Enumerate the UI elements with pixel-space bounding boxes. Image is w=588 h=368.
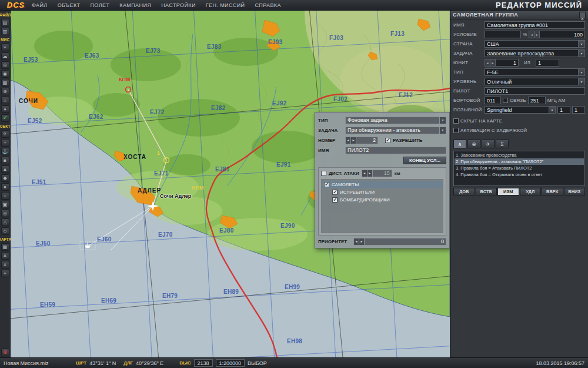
menu-item[interactable]: КАМПАНИЯ	[119, 2, 151, 8]
chevron-down-icon[interactable]	[439, 127, 446, 134]
increment-icon[interactable]	[534, 31, 540, 38]
group-task-dropdown[interactable]: Завоевание превосходства	[485, 49, 585, 57]
tail-number-input[interactable]: 011	[485, 97, 501, 104]
add-template-icon[interactable]: ◆	[1, 174, 9, 182]
map-scale-value[interactable]: 1:200000	[216, 359, 245, 367]
menu-item[interactable]: НАСТРОЙКИ	[161, 2, 196, 8]
add-group-icon[interactable]: △	[1, 218, 9, 226]
decrement-icon[interactable]	[529, 31, 534, 38]
delete-task-button[interactable]: УДЛ	[520, 188, 542, 195]
tab-summary-icon[interactable]: Σ	[496, 140, 509, 148]
task-dropdown[interactable]: При обнаружении - атаковать	[345, 127, 446, 134]
home-base-icon[interactable]: ⌂	[1, 97, 9, 104]
menu-item[interactable]: СПРАВКА	[255, 2, 280, 8]
country-dropdown[interactable]: США	[485, 40, 585, 48]
target-name-input[interactable]: ПИЛОТ2	[345, 147, 446, 154]
target-category-row[interactable]: САМОЛЕТЫ	[322, 181, 443, 188]
comm-checkbox[interactable]	[503, 98, 508, 103]
bullseye-icon[interactable]: ◎	[1, 210, 9, 217]
task-list-item[interactable]: 4. Правила боя = Открывать огонь в ответ	[455, 171, 584, 178]
mode-indicator[interactable]: ВЫБОР	[248, 360, 267, 366]
late-activation-checkbox[interactable]	[453, 128, 459, 133]
add-vehicle-icon[interactable]: ■	[1, 157, 9, 164]
increment-icon[interactable]	[490, 59, 496, 66]
increment-icon[interactable]	[351, 137, 356, 144]
add-task-button[interactable]: ДОБ	[453, 188, 475, 195]
group-name-input[interactable]: Самолетная группа #001	[485, 21, 585, 29]
hidden-on-map-checkbox[interactable]	[453, 118, 459, 124]
add-ship-icon[interactable]: ⚓	[1, 148, 9, 155]
summary-icon[interactable]: ♦	[1, 105, 9, 113]
decrement-icon[interactable]	[354, 238, 359, 245]
tab-payload-icon[interactable]: ✈	[482, 140, 495, 148]
chevron-down-icon[interactable]	[578, 50, 584, 57]
add-initial-point-icon[interactable]: ●	[1, 183, 9, 191]
chevron-down-icon[interactable]	[578, 69, 584, 75]
frequency-input[interactable]: 251	[528, 97, 546, 104]
map-labels-icon[interactable]: A	[1, 252, 9, 260]
add-helicopter-icon[interactable]: +	[1, 139, 9, 147]
close-icon[interactable]	[579, 12, 586, 18]
target-category-checkbox[interactable]	[332, 197, 338, 203]
check-mission-icon[interactable]: ✔	[1, 114, 9, 122]
new-mission-icon[interactable]: ▤	[1, 19, 9, 26]
save-mission-icon[interactable]: ▥	[1, 28, 9, 35]
add-trigger-icon[interactable]: ▣	[1, 201, 9, 208]
move-down-button[interactable]: ВНИЗ	[564, 188, 586, 195]
insert-task-button[interactable]: ВСТВ	[476, 188, 497, 195]
attack-distance-stepper[interactable]: 15	[362, 170, 392, 177]
menu-item[interactable]: ФАЙЛ	[32, 2, 48, 8]
mission-options-icon[interactable]: ◎	[1, 61, 9, 69]
resources-icon[interactable]: ▦	[1, 79, 9, 87]
task-number-stepper[interactable]: 2	[345, 137, 378, 144]
target-category-checkbox[interactable]	[324, 182, 329, 187]
map-measure-icon[interactable]: ⌖	[1, 270, 9, 277]
weather-icon[interactable]: ☁	[1, 52, 9, 60]
menu-item[interactable]: ОБЪЕКТ	[58, 2, 81, 8]
end-condition-button[interactable]: КОНЕЦ УСЛ...	[403, 157, 446, 164]
tab-targeting-icon[interactable]: ⊕	[467, 140, 480, 148]
add-label-icon[interactable]: ◇	[1, 227, 9, 235]
target-category-checkbox[interactable]	[332, 190, 338, 195]
enable-checkbox[interactable]	[385, 138, 390, 143]
add-zone-icon[interactable]: ○	[1, 192, 9, 200]
probability-stepper[interactable]: 100	[529, 31, 585, 38]
chevron-down-icon[interactable]	[439, 117, 446, 124]
decrement-icon[interactable]	[362, 170, 368, 177]
increment-icon[interactable]	[368, 170, 373, 177]
pilot-name-input[interactable]: ПИЛОТ1	[485, 87, 585, 95]
chevron-down-icon[interactable]	[578, 78, 584, 85]
menu-item[interactable]: ПОЛЕТ	[91, 2, 110, 8]
edit-task-button[interactable]: ИЗМ	[497, 188, 519, 195]
erase-icon[interactable]: ⊗	[1, 349, 9, 356]
decrement-icon[interactable]	[485, 59, 490, 66]
briefing-icon[interactable]: ≡	[1, 44, 9, 51]
aircraft-type-dropdown[interactable]: F-5E	[485, 68, 585, 76]
move-up-button[interactable]: ВВРХ	[542, 188, 563, 195]
attack-distance-checkbox[interactable]	[321, 171, 326, 176]
mission-goals-icon[interactable]: ◉	[1, 70, 9, 78]
increment-icon[interactable]	[359, 238, 365, 245]
map-grid-icon[interactable]: #	[1, 261, 9, 268]
task-type-dropdown[interactable]: Фоновая задача	[345, 117, 446, 124]
condition-input[interactable]	[485, 31, 521, 38]
unit-total-input[interactable]: 1	[536, 59, 559, 67]
task-list-item[interactable]: 3. Правила боя = Атаковать ПИЛОТ2	[455, 165, 584, 171]
task-list-item[interactable]: 2. При обнаружении - атаковать "ПИЛОТ2"	[455, 158, 584, 165]
callsign-dropdown[interactable]: Springfield	[485, 106, 556, 114]
tab-route-icon[interactable]: ∧	[453, 140, 466, 148]
chevron-down-icon[interactable]	[578, 41, 584, 47]
priority-stepper[interactable]: 0	[353, 238, 446, 246]
target-category-row[interactable]: ИСТРЕБИТЕЛИ	[322, 188, 443, 196]
target-category-row[interactable]: БОМБАРДИРОВЩИКИ	[322, 196, 443, 204]
map-layers-icon[interactable]: ▦	[1, 243, 9, 251]
task-list-item[interactable]: 1. Завоевание превосходства	[455, 152, 584, 158]
menu-item[interactable]: ГЕН. МИССИЙ	[206, 2, 245, 8]
decrement-icon[interactable]	[346, 137, 351, 144]
chevron-down-icon[interactable]	[549, 107, 555, 113]
failures-icon[interactable]: ⊕	[1, 88, 9, 95]
callsign-number-input[interactable]: 1	[572, 106, 585, 114]
unit-stepper[interactable]: 1	[485, 59, 519, 67]
add-aircraft-icon[interactable]: ✈	[1, 130, 9, 138]
callsign-flight-input[interactable]: 1	[557, 106, 570, 114]
